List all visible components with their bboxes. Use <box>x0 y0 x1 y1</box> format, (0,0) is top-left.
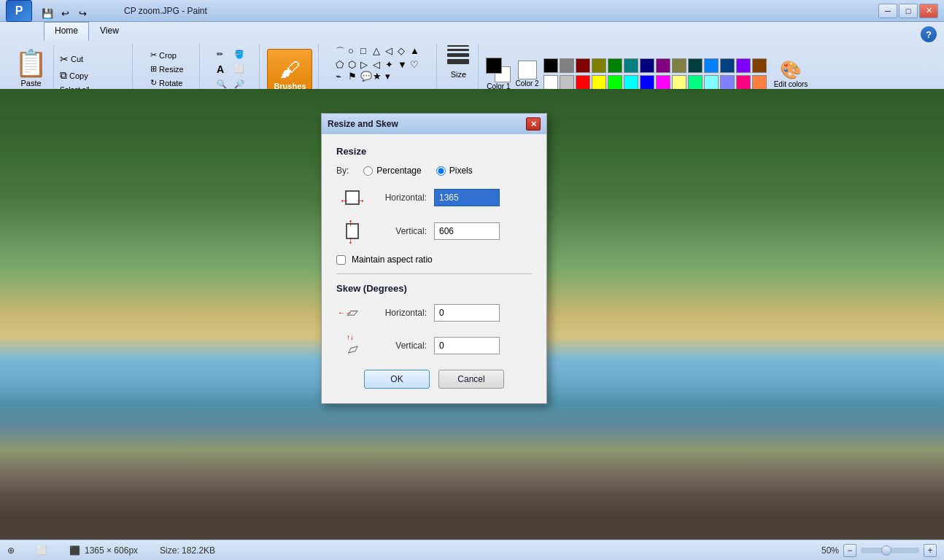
skew-section-header: Skew (Degrees) <box>336 283 532 294</box>
skew-v-icon-wrap: ↑↓ ▱ <box>336 333 368 358</box>
dialog-overlay: Resize and Skew ✕ Resize By: Percentage … <box>0 0 944 560</box>
dialog-close-button[interactable]: ✕ <box>526 117 541 131</box>
dialog-buttons: OK Cancel <box>336 370 532 392</box>
vertical-input[interactable] <box>434 222 500 240</box>
cancel-button[interactable]: Cancel <box>438 370 504 389</box>
skew-horizontal-label: Horizontal: <box>376 308 427 318</box>
horizontal-label: Horizontal: <box>376 192 427 203</box>
percentage-radio[interactable] <box>363 166 373 176</box>
resize-h-arrow-left: ← <box>339 195 349 206</box>
vertical-label: Vertical: <box>376 226 427 236</box>
resize-v-arrow-down: ↓ <box>348 234 353 246</box>
skew-horizontal-input[interactable] <box>434 304 500 322</box>
resize-v-arrow-up: ↑ <box>348 217 353 228</box>
skew-h-shape: ▱ <box>346 304 360 320</box>
ok-button[interactable]: OK <box>364 370 430 389</box>
horizontal-resize-icon: ← → <box>336 187 368 208</box>
dialog-title: Resize and Skew <box>328 119 398 129</box>
horizontal-resize-row: ← → Horizontal: <box>336 187 532 208</box>
vertical-resize-row: ↑ ↓ Vertical: <box>336 218 532 244</box>
aspect-ratio-row: Maintain aspect ratio <box>336 254 532 265</box>
skew-horizontal-row: ←→ ▱ Horizontal: <box>336 303 532 323</box>
percentage-label: Percentage <box>376 166 421 176</box>
pixels-radio[interactable] <box>436 166 446 176</box>
resize-h-arrow-right: → <box>355 195 365 206</box>
percentage-radio-label[interactable]: Percentage <box>363 166 421 176</box>
dialog-titlebar[interactable]: Resize and Skew ✕ <box>322 114 546 134</box>
skew-h-icon-wrap: ←→ ▱ <box>336 303 368 323</box>
pixels-label: Pixels <box>449 166 473 176</box>
skew-vertical-input[interactable] <box>434 337 500 354</box>
vertical-resize-icon: ↑ ↓ <box>336 218 368 244</box>
pixels-radio-label[interactable]: Pixels <box>436 166 473 176</box>
skew-vertical-label: Vertical: <box>376 341 427 351</box>
skew-vertical-row: ↑↓ ▱ Vertical: <box>336 333 532 358</box>
by-row: By: Percentage Pixels <box>336 166 532 176</box>
aspect-ratio-checkbox[interactable] <box>336 255 346 265</box>
dialog-body: Resize By: Percentage Pixels ← <box>322 134 546 403</box>
aspect-ratio-label: Maintain aspect ratio <box>352 254 433 265</box>
by-label: By: <box>336 166 349 176</box>
resize-section-header: Resize <box>336 146 532 157</box>
horizontal-input[interactable] <box>434 189 500 206</box>
section-divider <box>336 273 532 274</box>
skew-v-shape: ▱ <box>348 339 358 358</box>
resize-skew-dialog: Resize and Skew ✕ Resize By: Percentage … <box>321 113 547 404</box>
